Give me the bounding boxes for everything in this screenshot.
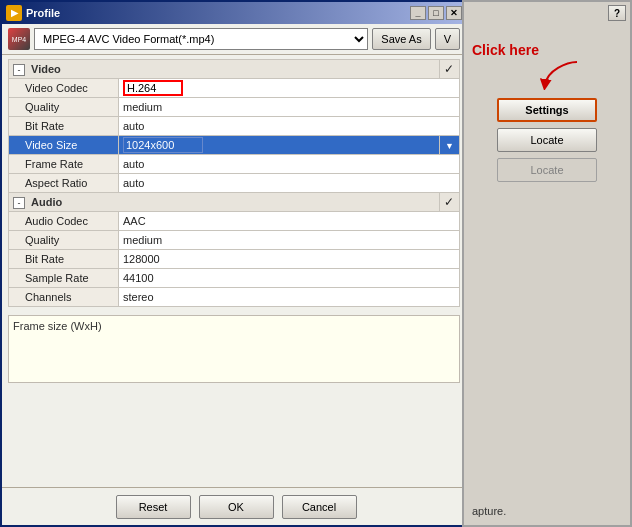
title-bar-icon: ▶ [6, 5, 22, 21]
video-size-row[interactable]: Video Size ▼ [9, 136, 460, 155]
settings-table-container: - Video ✓ Video Codec [2, 55, 466, 311]
right-panel: ? Click here Setting [462, 0, 632, 527]
aspect-ratio-label: Aspect Ratio [25, 177, 87, 189]
description-box: Frame size (WxH) [8, 315, 460, 383]
audio-quality-label: Quality [25, 234, 59, 246]
arrow-icon [537, 60, 587, 90]
video-codec-label: Video Codec [25, 82, 88, 94]
cancel-button[interactable]: Cancel [282, 495, 357, 519]
audio-codec-row: Audio Codec AAC [9, 212, 460, 231]
close-button[interactable]: ✕ [446, 6, 462, 20]
format-icon: MP4 [8, 28, 30, 50]
video-section-label: Video [31, 63, 61, 75]
bitrate-row: Bit Rate auto [9, 117, 460, 136]
help-button[interactable]: ? [608, 5, 626, 21]
audio-bitrate-value: 128000 [123, 253, 160, 265]
video-codec-row: Video Codec [9, 79, 460, 98]
right-panel-top: ? [464, 2, 630, 24]
bitrate-value: auto [123, 120, 144, 132]
quality-row: Quality medium [9, 98, 460, 117]
bitrate-label: Bit Rate [25, 120, 64, 132]
settings-button[interactable]: Settings [497, 98, 597, 122]
click-here-container: Click here [472, 42, 622, 92]
audio-quality-row: Quality medium [9, 231, 460, 250]
audio-codec-value: AAC [123, 215, 146, 227]
property-table: - Video ✓ Video Codec [8, 59, 460, 307]
description-placeholder: Frame size (WxH) [13, 320, 102, 332]
audio-quality-value: medium [123, 234, 162, 246]
channels-value: stereo [123, 291, 154, 303]
title-bar-buttons: _ □ ✕ [410, 6, 462, 20]
maximize-button[interactable]: □ [428, 6, 444, 20]
audio-bitrate-label: Bit Rate [25, 253, 64, 265]
reset-button[interactable]: Reset [116, 495, 191, 519]
bottom-bar: Reset OK Cancel [2, 487, 470, 525]
v-button[interactable]: V [435, 28, 460, 50]
audio-expand-icon[interactable]: - [13, 197, 25, 209]
audio-checkbox[interactable]: ✓ [444, 195, 454, 209]
locate-button[interactable]: Locate [497, 128, 597, 152]
framerate-value: auto [123, 158, 144, 170]
aspect-ratio-row: Aspect Ratio auto [9, 174, 460, 193]
minimize-button[interactable]: _ [410, 6, 426, 20]
aspect-ratio-value: auto [123, 177, 144, 189]
framerate-row: Frame Rate auto [9, 155, 460, 174]
outer-window: ▶ Profile _ □ ✕ MP4 MPEG-4 AVC Video For… [0, 0, 632, 527]
quality-label: Quality [25, 101, 59, 113]
channels-row: Channels stereo [9, 288, 460, 307]
locate-disabled-button: Locate [497, 158, 597, 182]
ok-button[interactable]: OK [199, 495, 274, 519]
audio-bitrate-row: Bit Rate 128000 [9, 250, 460, 269]
sample-rate-value: 44100 [123, 272, 154, 284]
framerate-label: Frame Rate [25, 158, 83, 170]
capture-label: apture. [472, 505, 506, 517]
audio-section-label: Audio [31, 196, 62, 208]
video-codec-input[interactable] [123, 80, 183, 96]
title-bar-text: Profile [26, 7, 60, 19]
video-size-input[interactable] [123, 137, 203, 153]
right-panel-content: Click here Settings Locate Locate [464, 24, 630, 190]
sample-rate-label: Sample Rate [25, 272, 89, 284]
capture-text: apture. [464, 497, 630, 525]
audio-codec-label: Audio Codec [25, 215, 88, 227]
profile-dialog: ▶ Profile _ □ ✕ MP4 MPEG-4 AVC Video For… [0, 0, 468, 527]
video-section-row: - Video ✓ [9, 60, 460, 79]
arrow-container [472, 60, 587, 92]
video-size-dropdown-arrow[interactable]: ▼ [445, 141, 454, 151]
video-checkbox[interactable]: ✓ [444, 62, 454, 76]
sample-rate-row: Sample Rate 44100 [9, 269, 460, 288]
video-size-label: Video Size [25, 139, 77, 151]
audio-section-row: - Audio ✓ [9, 193, 460, 212]
video-expand-icon[interactable]: - [13, 64, 25, 76]
toolbar-row: MP4 MPEG-4 AVC Video Format(*.mp4) Save … [2, 24, 466, 55]
channels-label: Channels [25, 291, 71, 303]
quality-value: medium [123, 101, 162, 113]
saveas-button[interactable]: Save As [372, 28, 430, 50]
title-bar: ▶ Profile _ □ ✕ [2, 2, 466, 24]
click-here-text: Click here [472, 42, 539, 58]
format-dropdown[interactable]: MPEG-4 AVC Video Format(*.mp4) [34, 28, 368, 50]
